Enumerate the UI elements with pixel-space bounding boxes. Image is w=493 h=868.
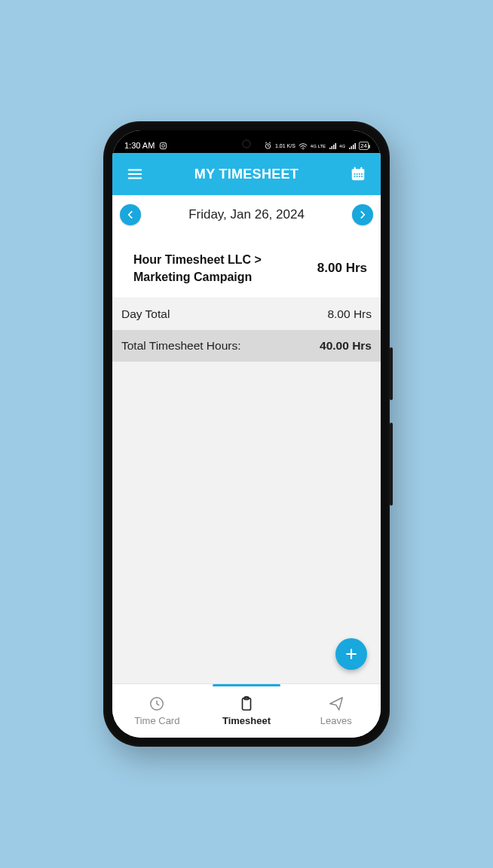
- tab-timesheet[interactable]: Timesheet: [202, 684, 292, 738]
- alarm-icon: [264, 142, 272, 150]
- svg-rect-8: [360, 167, 362, 171]
- signal-label-2: 4G: [339, 144, 345, 148]
- appbar-title: MY TIMESHEET: [194, 167, 299, 182]
- camera-hole: [242, 139, 251, 148]
- svg-rect-15: [359, 176, 360, 177]
- status-time: 1:30 AM: [124, 141, 155, 150]
- svg-rect-0: [161, 142, 167, 148]
- svg-point-1: [162, 144, 165, 147]
- side-button: [390, 347, 393, 400]
- chevron-right-icon: [357, 209, 368, 220]
- svg-rect-12: [361, 173, 363, 175]
- prev-day-button[interactable]: [120, 204, 141, 225]
- app-bar: MY TIMESHEET: [112, 153, 381, 195]
- date-navigator: Friday, Jan 26, 2024: [112, 195, 381, 239]
- entry-title: Hour Timesheet LLC > Marketing Campaign: [133, 251, 277, 286]
- screen: 1:30 AM 1.01 K/S 4G LTE 4G: [112, 130, 381, 738]
- tab-label: Timesheet: [222, 715, 271, 726]
- svg-rect-9: [354, 173, 355, 175]
- day-total-value: 8.00 Hrs: [327, 307, 372, 321]
- tab-timecard[interactable]: Time Card: [112, 684, 202, 738]
- svg-rect-16: [361, 176, 363, 177]
- menu-button[interactable]: [123, 162, 147, 186]
- day-total-row: Day Total 8.00 Hrs: [112, 298, 381, 330]
- tab-leaves[interactable]: Leaves: [291, 684, 381, 738]
- svg-rect-10: [357, 173, 358, 175]
- send-icon: [328, 695, 344, 712]
- current-date: Friday, Jan 26, 2024: [188, 207, 305, 222]
- signal-icon: [348, 142, 356, 150]
- plus-icon: [344, 646, 359, 662]
- bottom-tab-bar: Time Card Timesheet Leaves: [112, 683, 381, 738]
- svg-rect-11: [359, 173, 360, 175]
- timesheet-entry[interactable]: Hour Timesheet LLC > Marketing Campaign …: [112, 239, 381, 298]
- instagram-icon: [159, 142, 167, 150]
- side-button: [390, 423, 393, 506]
- clipboard-icon: [238, 695, 255, 712]
- clock-icon: [149, 695, 165, 712]
- next-day-button[interactable]: [352, 204, 373, 225]
- timesheet-total-row: Total Timesheet Hours: 40.00 Hrs: [112, 330, 381, 362]
- tab-label: Time Card: [134, 715, 179, 726]
- svg-rect-7: [354, 167, 355, 171]
- calendar-button[interactable]: [346, 162, 370, 186]
- day-total-label: Day Total: [121, 307, 170, 321]
- battery-indicator: 24: [359, 142, 369, 150]
- svg-rect-6: [352, 170, 365, 173]
- signal-icon: [329, 142, 336, 150]
- calendar-icon: [350, 166, 366, 182]
- chevron-left-icon: [125, 209, 136, 220]
- tab-label: Leaves: [320, 715, 352, 726]
- add-entry-button[interactable]: [335, 638, 367, 670]
- net-speed: 1.01 K/S: [275, 143, 295, 148]
- content-area: Hour Timesheet LLC > Marketing Campaign …: [112, 239, 381, 683]
- total-value: 40.00 Hrs: [320, 339, 372, 353]
- svg-rect-14: [357, 176, 358, 177]
- phone-frame: 1:30 AM 1.01 K/S 4G LTE 4G: [103, 121, 390, 747]
- svg-point-2: [165, 143, 166, 144]
- entry-hours: 8.00 Hrs: [317, 261, 367, 276]
- svg-rect-13: [354, 176, 355, 177]
- wifi-icon: [299, 142, 308, 150]
- total-label: Total Timesheet Hours:: [121, 339, 241, 353]
- svg-point-4: [302, 148, 303, 149]
- menu-icon: [127, 166, 143, 182]
- signal-label-1: 4G LTE: [311, 144, 326, 148]
